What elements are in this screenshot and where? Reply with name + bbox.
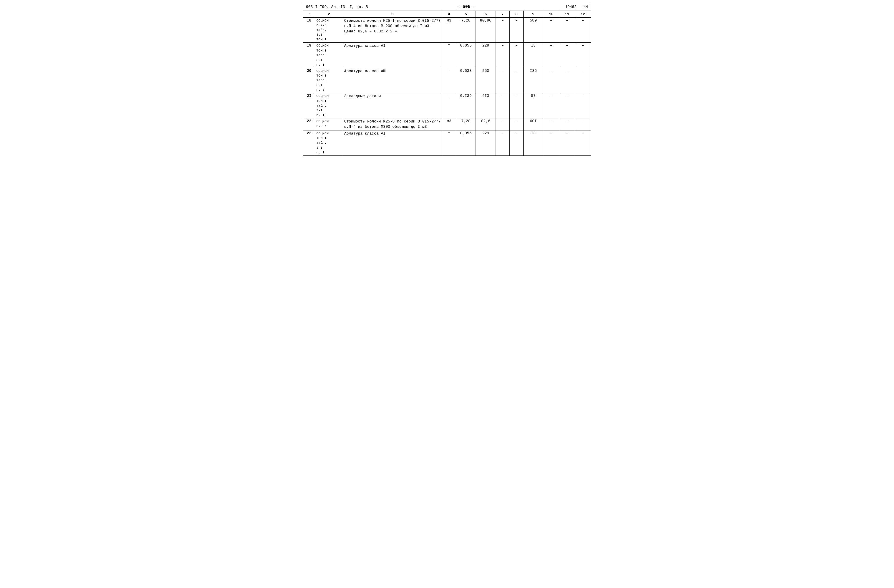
cell-9: 589 [523,18,543,43]
row-number: 20 [303,68,315,93]
cell-7: – [495,118,509,130]
row-number: 22 [303,118,315,130]
cell-8: – [509,18,523,43]
cell-12: – [575,118,591,130]
header-right: 19462 - 44 [565,5,588,9]
cell-10: – [543,130,559,155]
row-number: I8 [303,18,315,43]
header-center: — 505 — [457,5,476,9]
cell-8: – [509,43,523,68]
cell-11: – [559,43,575,68]
cell-7: – [495,93,509,118]
source-ref: ССЦМСМп.9-5табл.3.3ТОМ I [315,18,343,43]
description: Стоимость колонн К25-I по серии 3.0I5-2/… [343,18,442,43]
col-header-2: 2 [315,11,343,18]
col-header-4: 4 [442,11,456,18]
cell-9: I3 [523,43,543,68]
cell-9: I3 [523,130,543,155]
cell-4: т [442,68,456,93]
col-header-7: 7 [495,11,509,18]
table-row: I9ССЦМСМТОМ Iтабл.3-Iп. IАрматура класса… [303,43,591,68]
cell-11: – [559,118,575,130]
col-header-5: 5 [456,11,476,18]
cell-10: – [543,118,559,130]
cell-5: 7,28 [456,118,476,130]
cell-8: – [509,118,523,130]
cell-11: – [559,93,575,118]
cell-6: 80,96 [476,18,495,43]
cell-7: – [495,68,509,93]
col-header-10: 10 [543,11,559,18]
col-header-9: 9 [523,11,543,18]
cell-12: – [575,18,591,43]
table-header-row: ! 2 3 4 5 6 7 8 9 10 11 12 [303,11,591,18]
col-header-3: 3 [343,11,442,18]
cell-6: 229 [476,43,495,68]
source-ref: ССЦМСМп.9-5 [315,118,343,130]
cell-7: – [495,43,509,68]
cell-4: м3 [442,18,456,43]
cell-12: – [575,130,591,155]
cell-10: – [543,18,559,43]
description: Арматура класса АI [343,43,442,68]
cell-8: – [509,68,523,93]
source-ref: ССЦМСМТОМ Iтабл.3-Iп. I [315,130,343,155]
cell-8: – [509,93,523,118]
cell-7: – [495,18,509,43]
cell-12: – [575,43,591,68]
cell-11: – [559,18,575,43]
cell-6: 4I3 [476,93,495,118]
header-left: 903-I-I99. Ал. I3. I, кн. В [306,5,368,9]
col-header-6: 6 [476,11,495,18]
row-number: 2I [303,93,315,118]
source-ref: ССЦМСМТОМ Iтабл.3-Iп. I [315,43,343,68]
col-header-12: 12 [575,11,591,18]
row-number: 23 [303,130,315,155]
cell-9: I35 [523,68,543,93]
cell-5: 0,538 [456,68,476,93]
cell-5: 7,28 [456,18,476,43]
col-header-8: 8 [509,11,523,18]
description: Стоимость колонн К25-8 по серии 3.0I5-2/… [343,118,442,130]
cell-8: – [509,130,523,155]
source-ref: ССЦМСМТОМ Iтабл.3-Iп. 3 [315,68,343,93]
description: Арматура класса АI [343,130,442,155]
cell-5: 0,055 [456,43,476,68]
source-ref: ССЦМСМТОМ Iтабл.3-Iп. I3 [315,93,343,118]
cell-9: 57 [523,93,543,118]
cell-6: 82,6 [476,118,495,130]
cell-12: – [575,68,591,93]
col-header-1: ! [303,11,315,18]
table-row: 20ССЦМСМТОМ Iтабл.3-Iп. 3Арматура класса… [303,68,591,93]
cell-11: – [559,68,575,93]
description: Арматура класса АШ [343,68,442,93]
cell-10: – [543,43,559,68]
cell-5: 0,055 [456,130,476,155]
cell-11: – [559,130,575,155]
table-row: 23ССЦМСМТОМ Iтабл.3-Iп. IАрматура класса… [303,130,591,155]
cell-7: – [495,130,509,155]
table-row: 2IССЦМСМТОМ Iтабл.3-Iп. I3Закладные дета… [303,93,591,118]
main-table: ! 2 3 4 5 6 7 8 9 10 11 12 I8ССЦМСМп.9-5… [303,11,591,156]
table-row: I8ССЦМСМп.9-5табл.3.3ТОМ IСтоимость коло… [303,18,591,43]
cell-10: – [543,68,559,93]
row-number: I9 [303,43,315,68]
cell-12: – [575,93,591,118]
description: Закладные детали [343,93,442,118]
cell-6: 229 [476,130,495,155]
cell-9: 60I [523,118,543,130]
table-row: 22ССЦМСМп.9-5Стоимость колонн К25-8 по с… [303,118,591,130]
cell-4: т [442,93,456,118]
cell-4: т [442,130,456,155]
page-wrapper: 903-I-I99. Ал. I3. I, кн. В — 505 — 1946… [303,3,591,156]
cell-4: м3 [442,118,456,130]
cell-4: т [442,43,456,68]
page-header: 903-I-I99. Ал. I3. I, кн. В — 505 — 1946… [303,3,591,11]
cell-10: – [543,93,559,118]
cell-6: 250 [476,68,495,93]
col-header-11: 11 [559,11,575,18]
cell-5: 0,I39 [456,93,476,118]
